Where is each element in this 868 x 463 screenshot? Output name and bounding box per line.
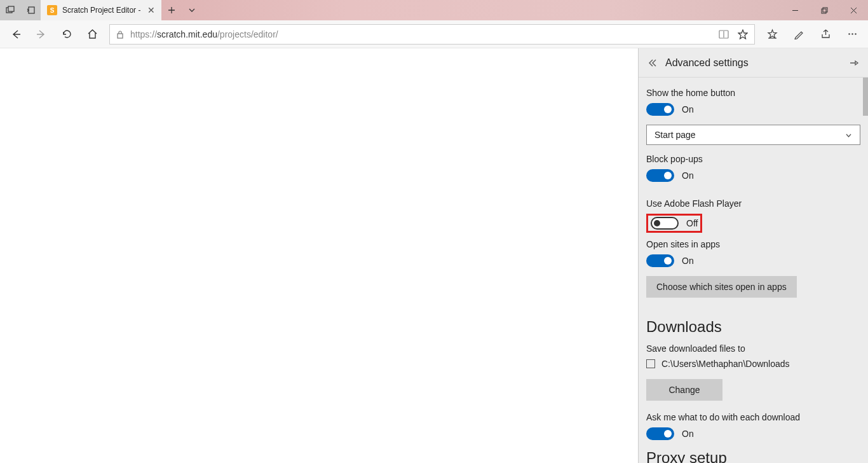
proxy-heading: Proxy setup	[646, 449, 860, 463]
save-location-label: Save downloaded files to	[646, 343, 860, 354]
panel-title: Advanced settings	[665, 57, 849, 69]
svg-rect-2	[29, 7, 34, 13]
lock-icon	[116, 30, 124, 39]
tab-close-icon[interactable]: ✕	[147, 5, 155, 15]
svg-point-7	[848, 33, 850, 34]
new-tab-button[interactable]	[161, 6, 182, 15]
home-button-toggle[interactable]	[646, 103, 674, 116]
ask-download-label: Ask me what to do with each download	[646, 412, 860, 422]
home-page-dropdown-value: Start page	[654, 130, 845, 140]
pin-icon[interactable]	[849, 59, 859, 67]
panel-header: Advanced settings	[639, 48, 868, 78]
download-path: C:\Users\Methaphan\Downloads	[661, 359, 790, 369]
back-button[interactable]	[4, 22, 28, 46]
panel-body: Show the home button On Start page Block…	[639, 78, 868, 463]
settings-panel: Advanced settings Show the home button O…	[638, 48, 868, 463]
tab-favicon: S	[47, 5, 57, 15]
downloads-heading: Downloads	[646, 318, 860, 336]
open-sites-toggle-row: On	[646, 254, 860, 267]
set-aside-tabs-icon[interactable]	[20, 0, 41, 20]
address-text: https://scratch.mit.edu/projects/editor/	[130, 29, 278, 39]
change-location-button[interactable]: Change	[646, 379, 722, 401]
tab-actions	[161, 0, 202, 20]
open-sites-label: Open sites in apps	[646, 239, 860, 249]
favorites-hub-icon[interactable]	[760, 22, 784, 46]
page-content	[0, 48, 638, 463]
svg-point-8	[851, 33, 853, 34]
more-menu-icon[interactable]	[840, 22, 864, 46]
block-popups-toggle-row: On	[646, 169, 860, 182]
chevron-down-icon	[845, 132, 852, 139]
toolbar: https://scratch.mit.edu/projects/editor/	[0, 20, 868, 48]
ask-download-toggle[interactable]	[646, 427, 674, 440]
svg-point-9	[855, 33, 856, 34]
address-bar-actions	[719, 29, 748, 39]
home-page-dropdown[interactable]: Start page	[646, 125, 860, 145]
tab-menu-chevron-icon[interactable]	[182, 6, 202, 15]
browser-tab[interactable]: S Scratch Project Editor - ✕	[41, 0, 161, 20]
main-area: Advanced settings Show the home button O…	[0, 48, 868, 463]
address-bar[interactable]: https://scratch.mit.edu/projects/editor/	[109, 24, 755, 45]
svg-rect-5	[118, 34, 123, 38]
block-popups-state: On	[682, 170, 694, 181]
titlebar-left: S Scratch Project Editor - ✕	[0, 0, 202, 20]
favorite-star-icon[interactable]	[738, 29, 748, 39]
share-icon[interactable]	[813, 22, 837, 46]
refresh-button[interactable]	[55, 22, 79, 46]
svg-rect-3	[822, 9, 826, 13]
home-button-toggle-row: On	[646, 103, 860, 116]
forward-button[interactable]	[29, 22, 53, 46]
tab-preview-icon[interactable]	[0, 0, 20, 20]
block-popups-toggle[interactable]	[646, 169, 674, 182]
flash-label: Use Adobe Flash Player	[646, 198, 860, 209]
block-popups-label: Block pop-ups	[646, 154, 860, 164]
home-button-state: On	[682, 104, 694, 114]
flash-highlight: Off	[646, 214, 702, 233]
close-window-button[interactable]	[839, 0, 868, 20]
download-path-row: C:\Users\Methaphan\Downloads	[646, 359, 860, 369]
open-sites-toggle[interactable]	[646, 254, 674, 267]
open-sites-state: On	[682, 256, 694, 266]
home-button[interactable]	[80, 22, 104, 46]
flash-toggle[interactable]	[651, 217, 679, 230]
ask-download-state: On	[682, 429, 694, 439]
panel-back-icon[interactable]	[648, 59, 658, 67]
folder-icon	[646, 359, 655, 368]
window-controls	[780, 0, 868, 20]
ask-download-toggle-row: On	[646, 427, 860, 440]
titlebar-drag-region	[202, 0, 780, 20]
home-button-label: Show the home button	[646, 88, 860, 98]
flash-state: Off	[686, 218, 698, 228]
svg-rect-4	[823, 8, 827, 12]
svg-rect-1	[8, 6, 14, 11]
minimize-button[interactable]	[780, 0, 810, 20]
toolbar-right	[760, 22, 864, 46]
tab-title: Scratch Project Editor -	[62, 6, 142, 15]
notes-icon[interactable]	[787, 22, 811, 46]
choose-sites-button[interactable]: Choose which sites open in apps	[646, 276, 797, 298]
maximize-button[interactable]	[810, 0, 839, 20]
reading-view-icon[interactable]	[719, 30, 729, 39]
titlebar: S Scratch Project Editor - ✕	[0, 0, 868, 20]
